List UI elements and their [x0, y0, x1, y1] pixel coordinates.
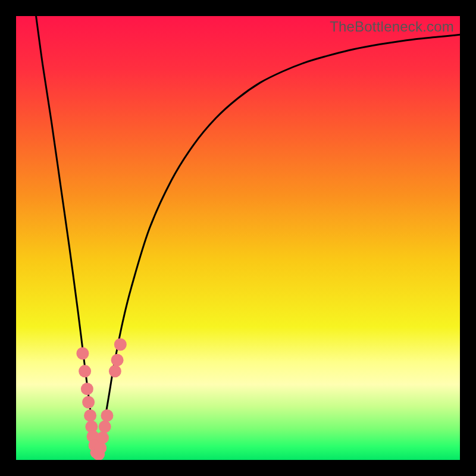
data-marker — [96, 431, 109, 444]
data-marker — [81, 383, 93, 395]
gradient-background — [16, 16, 460, 460]
chart-svg — [16, 16, 460, 460]
plot-area: TheBottleneck.com — [16, 16, 460, 460]
watermark-text: TheBottleneck.com — [330, 18, 454, 35]
chart-frame: TheBottleneck.com — [0, 0, 476, 476]
data-marker — [79, 365, 91, 377]
data-marker — [101, 409, 113, 422]
data-marker — [111, 354, 124, 367]
data-marker — [82, 396, 95, 409]
data-marker — [84, 409, 96, 422]
data-marker — [99, 421, 111, 433]
data-marker — [114, 339, 127, 351]
data-marker — [76, 347, 89, 359]
data-marker — [109, 365, 121, 377]
